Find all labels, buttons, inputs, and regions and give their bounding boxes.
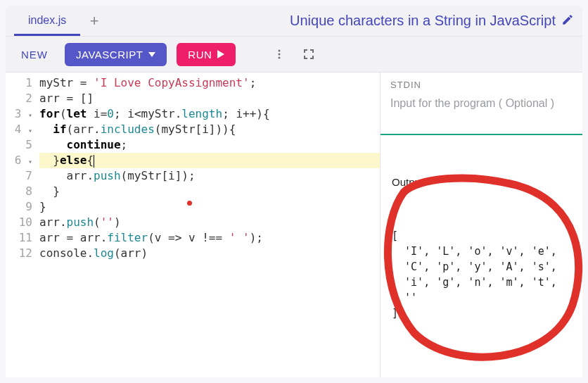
fullscreen-button[interactable] xyxy=(299,44,319,64)
run-button[interactable]: RUN xyxy=(177,43,236,66)
tab-file[interactable]: index.js xyxy=(14,7,80,36)
stdin-input[interactable]: Input for the program ( Optional ) xyxy=(390,96,573,127)
tab-bar: index.js xyxy=(14,6,80,36)
main-split: 123 ▾4 ▾56 ▾789101112 myStr = 'I Love Co… xyxy=(6,72,582,377)
page-title: Unique characters in a String in JavaScr… xyxy=(179,13,561,29)
output-text: [ 'I', 'L', 'o', 'v', 'e', 'C', 'p', 'y'… xyxy=(392,228,571,321)
stdin-panel: STDIN Input for the program ( Optional ) xyxy=(381,73,582,135)
pencil-icon xyxy=(561,13,574,26)
svg-point-1 xyxy=(279,54,281,56)
output-label: Output: xyxy=(392,175,571,190)
play-icon xyxy=(217,50,224,58)
code-area[interactable]: myStr = 'I Love CopyAssignment';arr = []… xyxy=(39,75,380,377)
stdin-label: STDIN xyxy=(390,80,573,90)
language-select[interactable]: JAVASCRIPT xyxy=(65,43,167,66)
line-gutter: 123 ▾4 ▾56 ▾789101112 xyxy=(6,75,39,377)
error-marker-icon xyxy=(187,201,192,206)
edit-title-button[interactable] xyxy=(561,13,574,29)
side-panel: STDIN Input for the program ( Optional )… xyxy=(380,73,582,377)
header: index.js + Unique characters in a String… xyxy=(6,6,582,37)
new-button[interactable]: NEW xyxy=(14,49,55,61)
fullscreen-icon xyxy=(303,49,314,60)
svg-point-2 xyxy=(279,57,281,59)
more-menu-button[interactable] xyxy=(269,44,289,64)
svg-point-0 xyxy=(279,50,281,52)
code-editor[interactable]: 123 ▾4 ▾56 ▾789101112 myStr = 'I Love Co… xyxy=(6,73,380,377)
add-tab-button[interactable]: + xyxy=(80,12,108,30)
output-panel: Output: [ 'I', 'L', 'o', 'v', 'e', 'C', … xyxy=(381,135,582,360)
editor-card: index.js + Unique characters in a String… xyxy=(6,6,582,377)
kebab-icon xyxy=(274,49,285,60)
plus-icon: + xyxy=(90,12,99,30)
app-root: index.js + Unique characters in a String… xyxy=(0,0,588,383)
run-label: RUN xyxy=(188,49,212,61)
language-label: JAVASCRIPT xyxy=(76,49,143,61)
chevron-down-icon xyxy=(148,52,155,57)
toolbar: NEW JAVASCRIPT RUN xyxy=(6,37,582,72)
